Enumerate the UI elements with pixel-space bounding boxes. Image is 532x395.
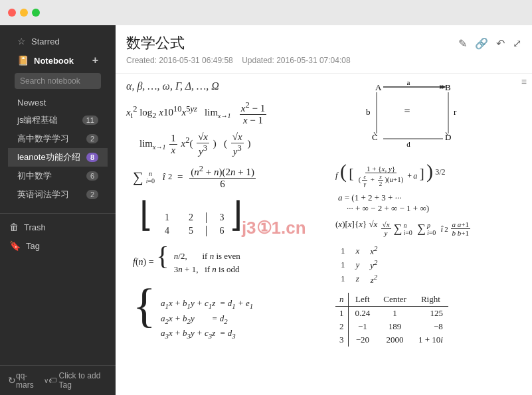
trash-icon: 🗑 [9,222,19,232]
notebook-count: 8 [86,153,98,162]
notebook-item-1[interactable]: 高中数学学习 2 [8,129,108,148]
svg-text:a: a [407,80,410,86]
notebook-name: 初中数学 [17,170,86,182]
note-meta: Created: 2016-05-31 06:49:58 Updated: 20… [126,56,521,70]
add-tag-label: Click to add Tag [59,371,108,390]
formula-system: { a1x + b1y + c1z = d1 + e1 a2x + b2y = … [126,281,322,340]
notebook-item-4[interactable]: 英语词法学习 2 [8,185,108,204]
sidebar-item-trash[interactable]: 🗑 Trash [0,218,116,236]
svg-text:=: = [404,106,410,117]
notebook-list: js编程基础 11 高中数学学习 2 leanote功能介绍 8 初中数学 6 … [8,111,108,204]
tag-add-icon: 🏷 [48,376,56,385]
svg-text:A: A [375,82,382,92]
note-created: Created: 2016-05-31 06:49:58 [126,56,233,65]
formula-vandermonde: 1 x x2 1 y y2 [335,244,521,286]
sidebar: ☆ Starred 📔 Notebook + Newest js编程基础 11 [0,25,116,395]
svg-text:D: D [445,132,451,142]
link-icon[interactable]: 🔗 [475,37,488,50]
formula-piecewise: f(n) = { n/2, if n is even 3n + 1, if n … [126,243,322,275]
svg-text:r: r [454,107,457,117]
notebook-item-0[interactable]: js编程基础 11 [8,111,108,129]
formula-3: ∑ n i=0 î2 = (n2 + n)(2n + 1) 6 [126,164,322,190]
formula-series: a = (1 + 2 + 3 + ··· ··· + ∞ − 2 + ∞ − 1… [335,193,521,214]
user-info[interactable]: qq-mars ∨ [16,371,48,390]
chevron-down-icon: ∨ [44,377,48,384]
notebook-icon: 📔 [17,55,29,66]
notebook-count: 2 [86,190,98,199]
svg-text:B: B [445,82,451,92]
fullscreen-icon[interactable]: ⤢ [513,37,521,50]
notebook-name: leanote功能介绍 [17,151,86,163]
sidebar-item-tag[interactable]: 🔖 Tag [0,236,116,255]
note-body: j3①1.cn α, β, …, ω, Γ, Δ, …, Ω xi2 log2 … [116,74,532,395]
minimize-button[interactable] [20,9,28,17]
notebook-count: 11 [82,116,98,125]
note-title: 数学公式 [126,33,185,53]
edit-icon[interactable]: ✎ [458,37,467,50]
star-icon: ☆ [17,36,26,46]
notebook-count: 6 [86,171,98,181]
close-button[interactable] [8,9,16,17]
bookmark-icon: 🔖 [9,240,21,251]
notebook-name: 高中数学学习 [17,133,86,145]
traffic-lights [8,9,40,17]
starred-label: Starred [31,37,60,46]
trash-label: Trash [24,222,46,232]
note-header: 数学公式 ✎ 🔗 ↶ ⤢ Created: 2016-05-31 06:49:5… [116,25,532,74]
notebook-item-3[interactable]: 初中数学 6 [8,167,108,185]
notebook-name: 英语词法学习 [17,189,86,200]
sidebar-item-newest[interactable]: Newest [8,94,108,111]
search-notebook-input[interactable] [15,73,101,89]
note-area: 数学公式 ✎ 🔗 ↶ ⤢ Created: 2016-05-31 06:49:5… [116,25,532,395]
sync-icon[interactable]: ↻ [8,375,16,386]
notebook-item-2[interactable]: leanote功能介绍 8 [8,148,108,167]
formula-matrix: ⌊ 123 456 ⌋ [139,198,322,236]
username-label: qq-mars [16,371,41,390]
sidebar-item-starred[interactable]: ☆ Starred [8,32,108,50]
sidebar-item-notebook[interactable]: 📔 Notebook + [8,50,108,70]
add-notebook-button[interactable]: + [92,54,98,66]
add-tag-button[interactable]: 🏷 Click to add Tag [48,371,108,390]
notebook-label: Notebook [34,56,74,66]
formula-2: limx→1 1 x x2( √x y3 ) [126,131,322,157]
titlebar [0,0,532,25]
tag-label: Tag [26,241,40,251]
svg-text:b: b [366,107,371,117]
notebook-count: 2 [86,134,98,143]
formula-complex2: (x)[x]{x} √x √x y ∑ ni=0 ∑ pi=0 [335,219,521,237]
note-updated: Updated: 2016-05-31 07:04:08 [242,56,350,65]
formula-1: xi2 log2 x1010x5yz limx→1 x2 − 1 x − 1 [126,100,322,126]
note-menu-icon[interactable]: ≡ [521,76,527,87]
note-intro: α, β, …, ω, Γ, Δ, …, Ω [126,80,322,92]
note-toolbar: ✎ 🔗 ↶ ⤢ [458,37,521,50]
maximize-button[interactable] [32,9,40,17]
formula-table: n Left Center Right 1 0.24 [335,293,521,347]
svg-text:d: d [406,140,410,147]
history-icon[interactable]: ↶ [496,37,505,50]
diagram-area: A B C D a b [335,80,521,149]
notebook-name: js编程基础 [17,114,82,126]
formula-complex: f ( [ 1 + {x, y} (εγ + z2)(u+1) + a [335,160,521,187]
